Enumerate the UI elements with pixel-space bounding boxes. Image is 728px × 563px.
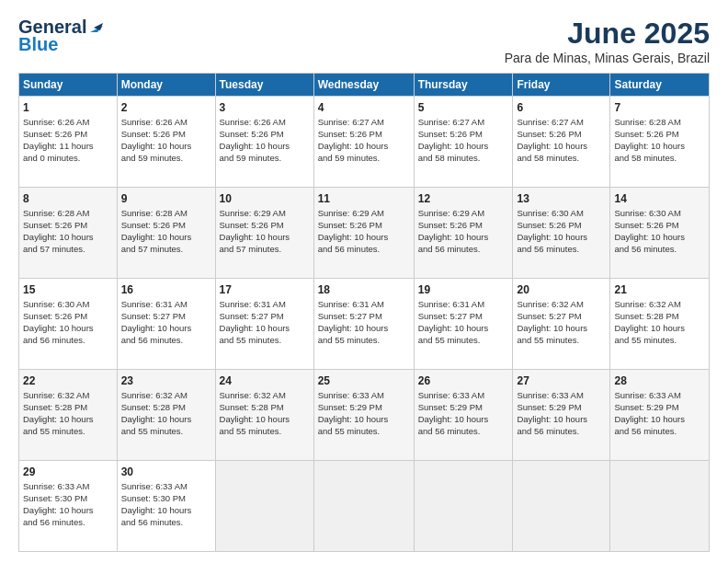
day-cell: 21Sunrise: 6:32 AMSunset: 5:28 PMDayligh…: [610, 279, 710, 370]
day-info-line: and 55 minutes.: [318, 335, 410, 347]
day-number: 25: [318, 373, 410, 388]
day-info-line: Sunrise: 6:27 AM: [418, 117, 509, 129]
day-info-line: Daylight: 10 hours: [614, 414, 705, 426]
day-info-line: and 56 minutes.: [418, 426, 509, 438]
day-info-line: and 56 minutes.: [121, 335, 211, 347]
day-cell: 9Sunrise: 6:28 AMSunset: 5:26 PMDaylight…: [117, 188, 215, 279]
day-info-line: Daylight: 10 hours: [220, 141, 310, 153]
day-number: 5: [418, 100, 509, 115]
col-header-wednesday: Wednesday: [313, 74, 414, 97]
day-info-line: Daylight: 10 hours: [220, 323, 310, 335]
day-info-line: Sunrise: 6:32 AM: [614, 299, 705, 311]
day-cell: 3Sunrise: 6:26 AMSunset: 5:26 PMDaylight…: [215, 97, 313, 188]
day-cell: [313, 461, 414, 552]
day-info-line: and 57 minutes.: [121, 244, 211, 256]
day-number: 27: [517, 373, 606, 388]
day-info-line: Sunrise: 6:30 AM: [517, 208, 606, 220]
col-header-thursday: Thursday: [414, 74, 513, 97]
day-info-line: Sunset: 5:26 PM: [418, 220, 509, 232]
day-cell: 24Sunrise: 6:32 AMSunset: 5:28 PMDayligh…: [215, 370, 313, 461]
day-info-line: Sunrise: 6:30 AM: [23, 299, 113, 311]
day-info-line: and 55 minutes.: [220, 335, 310, 347]
day-info-line: Sunrise: 6:32 AM: [517, 299, 606, 311]
day-info-line: Sunset: 5:26 PM: [318, 129, 410, 141]
day-info-line: Sunset: 5:26 PM: [121, 220, 211, 232]
day-cell: 17Sunrise: 6:31 AMSunset: 5:27 PMDayligh…: [215, 279, 313, 370]
day-cell: 25Sunrise: 6:33 AMSunset: 5:29 PMDayligh…: [313, 370, 414, 461]
day-info-line: and 58 minutes.: [614, 153, 705, 165]
day-info-line: Daylight: 10 hours: [418, 232, 509, 244]
month-title: June 2025: [505, 17, 710, 51]
day-info-line: Sunrise: 6:33 AM: [614, 390, 705, 402]
day-cell: 13Sunrise: 6:30 AMSunset: 5:26 PMDayligh…: [513, 188, 610, 279]
col-header-monday: Monday: [117, 74, 215, 97]
day-cell: 11Sunrise: 6:29 AMSunset: 5:26 PMDayligh…: [313, 188, 414, 279]
day-number: 14: [614, 191, 705, 206]
day-cell: 7Sunrise: 6:28 AMSunset: 5:26 PMDaylight…: [610, 97, 710, 188]
svg-marker-1: [94, 23, 103, 30]
day-number: 22: [23, 373, 113, 388]
calendar-header-row: SundayMondayTuesdayWednesdayThursdayFrid…: [19, 74, 710, 97]
day-info-line: Sunset: 5:26 PM: [121, 129, 211, 141]
day-info-line: Sunrise: 6:31 AM: [418, 299, 509, 311]
day-cell: [215, 461, 313, 552]
logo-arrow-icon: [88, 19, 105, 36]
day-number: 9: [121, 191, 211, 206]
day-info-line: and 56 minutes.: [23, 335, 113, 347]
day-info-line: Daylight: 10 hours: [23, 414, 113, 426]
day-info-line: and 58 minutes.: [418, 153, 509, 165]
day-cell: 26Sunrise: 6:33 AMSunset: 5:29 PMDayligh…: [414, 370, 513, 461]
day-number: 12: [418, 191, 509, 206]
day-number: 8: [23, 191, 113, 206]
day-number: 19: [418, 282, 509, 297]
day-info-line: and 56 minutes.: [517, 426, 606, 438]
day-info-line: Sunset: 5:28 PM: [220, 402, 310, 414]
day-info-line: Sunrise: 6:31 AM: [318, 299, 410, 311]
logo-blue: Blue: [18, 34, 58, 55]
day-info-line: Sunrise: 6:31 AM: [121, 299, 211, 311]
day-number: 7: [614, 100, 705, 115]
day-info-line: Sunset: 5:26 PM: [318, 220, 410, 232]
week-row-5: 29Sunrise: 6:33 AMSunset: 5:30 PMDayligh…: [19, 461, 710, 552]
col-header-sunday: Sunday: [19, 74, 118, 97]
week-row-1: 1Sunrise: 6:26 AMSunset: 5:26 PMDaylight…: [19, 97, 710, 188]
day-cell: 27Sunrise: 6:33 AMSunset: 5:29 PMDayligh…: [513, 370, 610, 461]
day-info-line: Sunrise: 6:33 AM: [318, 390, 410, 402]
day-info-line: and 55 minutes.: [517, 335, 606, 347]
day-info-line: Sunrise: 6:26 AM: [121, 117, 211, 129]
day-info-line: Sunrise: 6:27 AM: [318, 117, 410, 129]
week-row-3: 15Sunrise: 6:30 AMSunset: 5:26 PMDayligh…: [19, 279, 710, 370]
day-cell: 30Sunrise: 6:33 AMSunset: 5:30 PMDayligh…: [117, 461, 215, 552]
day-info-line: Sunrise: 6:26 AM: [23, 117, 113, 129]
day-info-line: Daylight: 10 hours: [517, 323, 606, 335]
day-info-line: Daylight: 10 hours: [121, 141, 211, 153]
day-info-line: Sunset: 5:26 PM: [23, 311, 113, 323]
day-cell: 8Sunrise: 6:28 AMSunset: 5:26 PMDaylight…: [19, 188, 118, 279]
day-info-line: Sunrise: 6:33 AM: [23, 481, 113, 493]
day-info-line: and 59 minutes.: [220, 153, 310, 165]
day-number: 3: [220, 100, 310, 115]
day-cell: 19Sunrise: 6:31 AMSunset: 5:27 PMDayligh…: [414, 279, 513, 370]
day-info-line: Daylight: 10 hours: [418, 414, 509, 426]
col-header-tuesday: Tuesday: [215, 74, 313, 97]
day-info-line: Sunset: 5:26 PM: [418, 129, 509, 141]
day-number: 17: [220, 282, 310, 297]
day-cell: [513, 461, 610, 552]
day-info-line: Sunset: 5:30 PM: [23, 493, 113, 505]
day-cell: [414, 461, 513, 552]
day-number: 28: [614, 373, 705, 388]
day-info-line: Sunset: 5:29 PM: [614, 402, 705, 414]
day-number: 10: [220, 191, 310, 206]
header: General Blue June 2025 Para de Minas, Mi…: [18, 17, 710, 65]
day-cell: 20Sunrise: 6:32 AMSunset: 5:27 PMDayligh…: [513, 279, 610, 370]
day-info-line: and 55 minutes.: [318, 426, 410, 438]
day-number: 30: [121, 465, 211, 479]
col-header-saturday: Saturday: [610, 74, 710, 97]
day-number: 24: [220, 373, 310, 388]
day-number: 15: [23, 282, 113, 297]
day-info-line: Daylight: 10 hours: [614, 323, 705, 335]
day-info-line: Daylight: 10 hours: [517, 141, 606, 153]
day-number: 2: [121, 100, 211, 115]
day-info-line: Daylight: 10 hours: [318, 323, 410, 335]
day-cell: 12Sunrise: 6:29 AMSunset: 5:26 PMDayligh…: [414, 188, 513, 279]
